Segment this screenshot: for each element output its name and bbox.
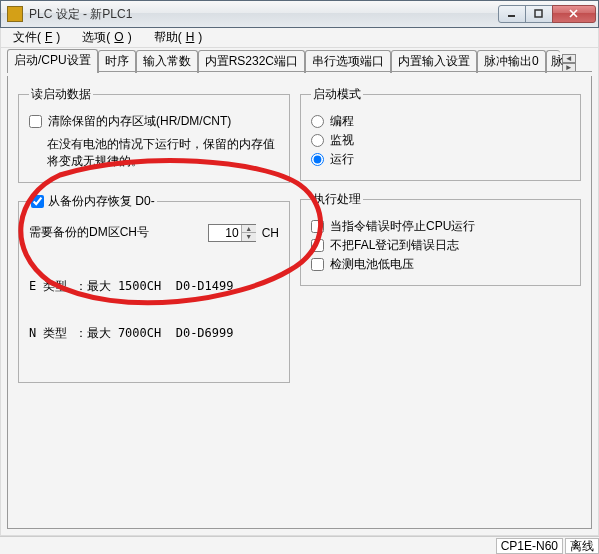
menu-help[interactable]: 帮助(H) bbox=[146, 28, 211, 47]
chk-clear-retained-label: 清除保留的内存区域(HR/DM/CNT) bbox=[48, 113, 231, 130]
rad-monitor-label: 监视 bbox=[330, 132, 354, 149]
client-area: 启动/CPU设置 时序 输入常数 内置RS232C端口 串行选项端口 内置输入设… bbox=[0, 48, 599, 536]
tab-scroll: ◄ ► bbox=[562, 54, 576, 72]
tab-startup-cpu[interactable]: 启动/CPU设置 bbox=[7, 49, 98, 73]
window-buttons bbox=[499, 5, 596, 23]
maximize-icon bbox=[534, 9, 544, 19]
tab-scroll-left[interactable]: ◄ bbox=[562, 54, 576, 63]
rad-run-label: 运行 bbox=[330, 151, 354, 168]
rad-monitor-input[interactable] bbox=[311, 134, 324, 147]
chk-restore-backup[interactable] bbox=[31, 195, 44, 208]
chk-fal-log[interactable]: 不把FAL登记到错误日志 bbox=[311, 237, 570, 254]
statusbar: CP1E-N60 离线 bbox=[0, 536, 599, 554]
group-exec-legend: 执行处理 bbox=[311, 191, 363, 208]
chk-stop-on-error-label: 当指令错误时停止CPU运行 bbox=[330, 218, 475, 235]
menu-options[interactable]: 选项(O) bbox=[74, 28, 139, 47]
note-no-battery: 在没有电池的情况下运行时，保留的内存值 将变成无规律的。 bbox=[47, 136, 279, 170]
dm-ch-up[interactable]: ▲ bbox=[242, 225, 256, 233]
window-title: PLC 设定 - 新PLC1 bbox=[29, 6, 499, 23]
minimize-icon bbox=[507, 9, 517, 19]
rad-monitor[interactable]: 监视 bbox=[311, 132, 570, 149]
tab-serial-option[interactable]: 串行选项端口 bbox=[305, 50, 391, 73]
chk-clear-retained[interactable]: 清除保留的内存区域(HR/DM/CNT) bbox=[29, 113, 279, 130]
rad-program-input[interactable] bbox=[311, 115, 324, 128]
status-model: CP1E-N60 bbox=[496, 538, 563, 554]
chk-battery-label: 检测电池低电压 bbox=[330, 256, 414, 273]
group-boot-mode: 启动模式 编程 监视 运行 bbox=[300, 86, 581, 181]
tabstrip: 启动/CPU设置 时序 输入常数 内置RS232C端口 串行选项端口 内置输入设… bbox=[1, 48, 598, 72]
group-restore-backup: 从备份内存恢复 D0- 需要备份的DM区CH号 ▲ ▼ CH bbox=[18, 193, 290, 384]
group-read-boot-legend: 读启动数据 bbox=[29, 86, 93, 103]
rad-program-label: 编程 bbox=[330, 113, 354, 130]
type-list: E 类型 ：最大 1500CH D0-D1499 N 类型 ：最大 7000CH… bbox=[29, 248, 279, 373]
titlebar: PLC 设定 - 新PLC1 bbox=[0, 0, 599, 28]
chk-clear-retained-input[interactable] bbox=[29, 115, 42, 128]
tab-content: 读启动数据 清除保留的内存区域(HR/DM/CNT) 在没有电池的情况下运行时，… bbox=[7, 76, 592, 529]
close-button[interactable] bbox=[552, 5, 596, 23]
menu-file[interactable]: 文件(F) bbox=[5, 28, 68, 47]
tab-pulse-out-0[interactable]: 脉冲输出0 bbox=[477, 50, 546, 73]
status-connection: 离线 bbox=[565, 538, 599, 554]
dm-ch-input[interactable] bbox=[209, 226, 241, 240]
rad-program[interactable]: 编程 bbox=[311, 113, 570, 130]
app-icon bbox=[7, 6, 23, 22]
chk-fal-log-input[interactable] bbox=[311, 239, 324, 252]
tab-rs232c[interactable]: 内置RS232C端口 bbox=[198, 50, 305, 73]
minimize-button[interactable] bbox=[498, 5, 526, 23]
type-e-line: E 类型 ：最大 1500CH D0-D1499 bbox=[29, 279, 279, 295]
group-boot-mode-legend: 启动模式 bbox=[311, 86, 363, 103]
note-line2: 将变成无规律的。 bbox=[47, 153, 279, 170]
group-restore-legend: 从备份内存恢复 D0- bbox=[48, 193, 155, 210]
dm-ch-down[interactable]: ▼ bbox=[242, 233, 256, 241]
tab-input-const[interactable]: 输入常数 bbox=[136, 50, 198, 73]
chk-battery-input[interactable] bbox=[311, 258, 324, 271]
rad-run-input[interactable] bbox=[311, 153, 324, 166]
rad-run[interactable]: 运行 bbox=[311, 151, 570, 168]
menubar: 文件(F) 选项(O) 帮助(H) bbox=[0, 28, 599, 48]
chk-battery[interactable]: 检测电池低电压 bbox=[311, 256, 570, 273]
chk-fal-log-label: 不把FAL登记到错误日志 bbox=[330, 237, 459, 254]
chk-stop-on-error[interactable]: 当指令错误时停止CPU运行 bbox=[311, 218, 570, 235]
dm-ch-spinner[interactable]: ▲ ▼ bbox=[208, 224, 256, 242]
maximize-button[interactable] bbox=[525, 5, 553, 23]
type-n-line: N 类型 ：最大 7000CH D0-D6999 bbox=[29, 326, 279, 342]
group-exec: 执行处理 当指令错误时停止CPU运行 不把FAL登记到错误日志 检测电池低电压 bbox=[300, 191, 581, 286]
dm-ch-unit: CH bbox=[262, 226, 279, 240]
dm-ch-label: 需要备份的DM区CH号 bbox=[29, 224, 149, 241]
svg-rect-1 bbox=[535, 10, 542, 17]
group-read-boot: 读启动数据 清除保留的内存区域(HR/DM/CNT) 在没有电池的情况下运行时，… bbox=[18, 86, 290, 183]
tab-overflow[interactable]: 脉 bbox=[546, 50, 560, 73]
chk-stop-on-error-input[interactable] bbox=[311, 220, 324, 233]
close-icon bbox=[569, 9, 579, 19]
note-line1: 在没有电池的情况下运行时，保留的内存值 bbox=[47, 136, 279, 153]
tab-timing[interactable]: 时序 bbox=[98, 50, 136, 73]
tab-builtin-input[interactable]: 内置输入设置 bbox=[391, 50, 477, 73]
